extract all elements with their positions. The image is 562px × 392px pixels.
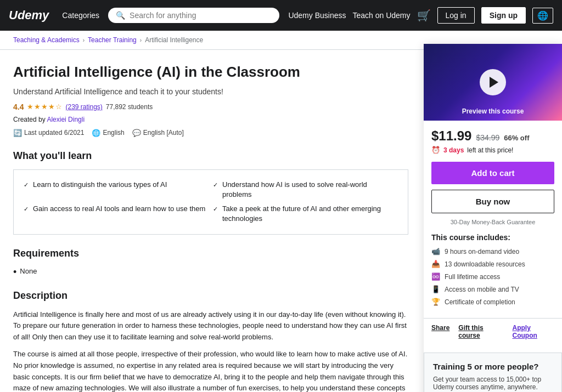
- search-icon: 🔍: [116, 11, 125, 20]
- course-subtitle: Understand Artificial Intelligence and t…: [13, 87, 408, 96]
- logo[interactable]: Udemy: [9, 8, 49, 22]
- description-title: Description: [13, 290, 408, 302]
- training-desc: Get your team access to 15,000+ top Udem…: [433, 376, 553, 391]
- price-original: $34.99: [476, 133, 499, 142]
- page-body: Artificial Intelligence (AI) in the Clas…: [0, 50, 562, 392]
- star-1: ★: [27, 103, 33, 111]
- check-icon-0: ✓: [24, 181, 29, 189]
- instructor-link[interactable]: Alexiei Dingli: [47, 116, 85, 123]
- course-preview[interactable]: Preview this course: [424, 44, 562, 121]
- timer-icon: ⏰: [431, 146, 440, 154]
- timer-text: left at this price!: [467, 146, 513, 154]
- play-icon: [490, 77, 498, 88]
- learn-section: What you'll learn ✓ Learn to distinguish…: [13, 150, 408, 235]
- udemy-business-button[interactable]: Udemy Business: [288, 11, 346, 20]
- includes-item-4: 🏆 Certificate of completion: [431, 298, 554, 306]
- check-icon-3: ✓: [213, 205, 218, 213]
- star-4: ★: [48, 103, 55, 111]
- includes-text-1: 13 downloadable resources: [445, 260, 525, 268]
- desc-para-1: The course is aimed at all those people,…: [13, 349, 408, 392]
- timer-days: 3 days: [443, 146, 464, 154]
- learn-text-0: Learn to distinguish the various types o…: [33, 180, 167, 190]
- breadcrumb-teaching[interactable]: Teaching & Academics: [13, 36, 80, 44]
- learn-item-3: ✓ Take a peek at the future of AI and ot…: [213, 204, 398, 224]
- stars: ★ ★ ★ ★ ☆: [27, 103, 62, 111]
- req-bullet: •: [13, 267, 16, 277]
- learn-text-3: Take a peek at the future of AI and othe…: [222, 204, 398, 224]
- star-5: ☆: [55, 103, 62, 111]
- certificate-icon: 🏆: [431, 298, 440, 306]
- language-button[interactable]: 🌐: [532, 8, 553, 24]
- breadcrumb-current: Artificial Intelligence: [145, 36, 203, 44]
- caption-icon: 💬: [132, 129, 141, 137]
- video-icon: 📹: [431, 247, 440, 255]
- rating-number: 4.4: [13, 103, 24, 111]
- description-text: Artificial Intelligence is finally here …: [13, 309, 408, 392]
- requirements-list: • None: [13, 267, 408, 277]
- page-layout: Artificial Intelligence (AI) in the Clas…: [0, 50, 562, 392]
- check-icon-2: ✓: [24, 205, 29, 213]
- sidebar-actions: Share Gift this course Apply Coupon: [424, 318, 562, 345]
- learn-item-2: ✓ Gain access to real AI tools and learn…: [24, 204, 209, 224]
- buy-now-button[interactable]: Buy now: [431, 190, 554, 213]
- sidebar-body: $11.99 $34.99 66% off ⏰ 3 days left at t…: [424, 121, 562, 318]
- price-current: $11.99: [431, 128, 471, 144]
- created-by: Created by Alexiei Dingli: [13, 116, 408, 123]
- categories-button[interactable]: Categories: [62, 11, 99, 20]
- description-section: Description Artificial Intelligence is f…: [13, 290, 408, 392]
- language-text: English: [103, 129, 124, 137]
- check-icon-1: ✓: [213, 181, 218, 189]
- gift-link[interactable]: Gift this course: [458, 324, 503, 339]
- includes-item-1: 📥 13 downloadable resources: [431, 260, 554, 268]
- share-link[interactable]: Share: [431, 324, 449, 339]
- req-text-0: None: [20, 267, 37, 275]
- students-count: 77,892 students: [106, 103, 153, 111]
- rating-row: 4.4 ★ ★ ★ ★ ☆ (239 ratings) 77,892 stude…: [13, 103, 408, 111]
- desc-para-0: Artificial Intelligence is finally here …: [13, 309, 408, 343]
- mobile-icon: 📱: [431, 285, 440, 293]
- language-item: 🌐 English: [92, 129, 124, 137]
- breadcrumb-teacher-training[interactable]: Teacher Training: [88, 36, 137, 44]
- header-right: Udemy Business Teach on Udemy 🛒 Log in S…: [288, 7, 553, 24]
- breadcrumb-sep-2: ›: [140, 37, 142, 43]
- rating-count[interactable]: (239 ratings): [65, 103, 102, 111]
- signup-button[interactable]: Sign up: [481, 7, 526, 24]
- learn-grid: ✓ Learn to distinguish the various types…: [24, 180, 398, 224]
- header: Udemy Categories 🔍 Udemy Business Teach …: [0, 0, 562, 31]
- requirements-section: Requirements • None: [13, 248, 408, 277]
- learn-text-2: Gain access to real AI tools and learn h…: [33, 204, 205, 214]
- update-icon: 🔄: [13, 129, 22, 137]
- login-button[interactable]: Log in: [437, 7, 475, 24]
- includes-title: This course includes:: [431, 233, 554, 242]
- teach-button[interactable]: Teach on Udemy: [352, 11, 410, 20]
- breadcrumb-sep-1: ›: [83, 37, 85, 43]
- sidebar: Preview this course $11.99 $34.99 66% of…: [424, 44, 562, 392]
- search-input[interactable]: [130, 11, 272, 20]
- preview-label: Preview this course: [462, 107, 524, 115]
- timer-row: ⏰ 3 days left at this price!: [431, 146, 554, 154]
- learn-item-1: ✓ Understand how AI is used to solve rea…: [213, 180, 398, 200]
- caption-item: 💬 English [Auto]: [132, 129, 184, 137]
- search-bar: 🔍: [108, 8, 279, 23]
- course-title: Artificial Intelligence (AI) in the Clas…: [13, 63, 408, 82]
- last-updated: 🔄 Last updated 6/2021: [13, 129, 84, 137]
- add-to-cart-button[interactable]: Add to cart: [431, 162, 554, 184]
- cart-icon[interactable]: 🛒: [417, 9, 431, 22]
- star-3: ★: [41, 103, 48, 111]
- caption-text: English [Auto]: [143, 129, 184, 137]
- learn-text-1: Understand how AI is used to solve real-…: [222, 180, 398, 200]
- includes-item-0: 📹 9 hours on-demand video: [431, 247, 554, 255]
- coupon-link[interactable]: Apply Coupon: [513, 324, 555, 339]
- requirements-title: Requirements: [13, 248, 408, 259]
- includes-text-3: Access on mobile and TV: [445, 286, 519, 293]
- star-2: ★: [34, 103, 41, 111]
- last-updated-text: Last updated 6/2021: [24, 129, 84, 137]
- play-button[interactable]: [480, 69, 506, 95]
- req-item-0: • None: [13, 267, 408, 277]
- includes-text-0: 9 hours on-demand video: [445, 248, 519, 255]
- includes-item-2: ♾️ Full lifetime access: [431, 272, 554, 281]
- learn-title: What you'll learn: [13, 150, 408, 162]
- includes-item-3: 📱 Access on mobile and TV: [431, 285, 554, 293]
- learn-item-0: ✓ Learn to distinguish the various types…: [24, 180, 209, 200]
- price-row: $11.99 $34.99 66% off: [431, 128, 554, 144]
